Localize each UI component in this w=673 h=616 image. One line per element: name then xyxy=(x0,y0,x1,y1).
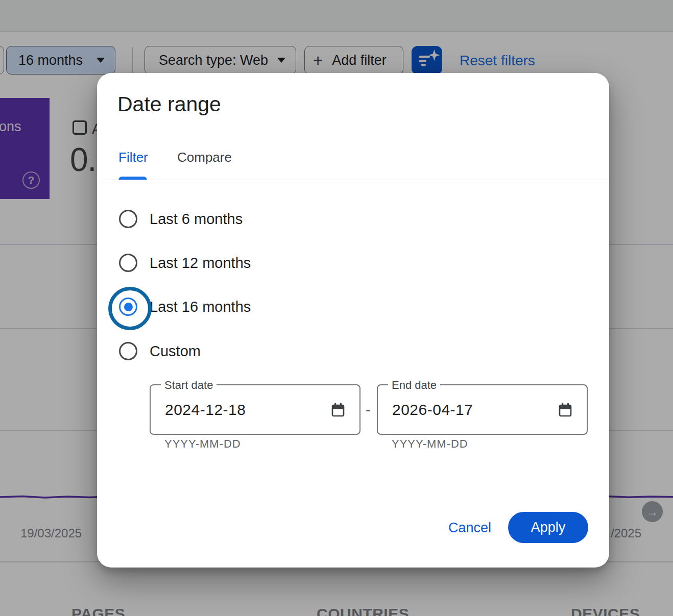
end-date-hint: YYYY-MM-DD xyxy=(392,437,468,451)
radio-circle xyxy=(119,210,137,228)
tabs-divider xyxy=(97,180,609,180)
search-console-performance-page: 16 months Search type: Web + Add filter … xyxy=(0,0,673,616)
radio-circle xyxy=(119,342,137,360)
start-date-field[interactable]: Start date 2024-12-18 xyxy=(150,384,360,435)
radio-last-16-months[interactable]: Last 16 months xyxy=(119,298,251,316)
start-date-label: Start date xyxy=(161,379,217,392)
radio-focus-ring xyxy=(108,287,152,330)
radio-last-12-months[interactable]: Last 12 months xyxy=(119,254,251,272)
cancel-button[interactable]: Cancel xyxy=(441,513,498,543)
date-range-dialog: Date range Filter Compare Last 6 months … xyxy=(97,73,609,568)
tab-compare[interactable]: Compare xyxy=(177,150,232,165)
radio-circle xyxy=(119,254,137,272)
start-date-value[interactable]: 2024-12-18 xyxy=(165,401,246,418)
calendar-icon[interactable] xyxy=(330,402,346,418)
end-date-label: End date xyxy=(388,379,440,392)
calendar-icon[interactable] xyxy=(557,402,573,418)
end-date-field[interactable]: End date 2026-04-17 xyxy=(377,384,588,435)
radio-circle-selected xyxy=(119,298,137,316)
radio-custom[interactable]: Custom xyxy=(119,342,201,360)
radio-last-6-months[interactable]: Last 6 months xyxy=(119,210,243,228)
date-range-separator: - xyxy=(366,402,370,418)
dialog-title: Date range xyxy=(117,92,221,116)
start-date-hint: YYYY-MM-DD xyxy=(164,437,241,451)
apply-button[interactable]: Apply xyxy=(508,512,588,543)
tab-filter[interactable]: Filter xyxy=(118,150,148,165)
end-date-value[interactable]: 2026-04-17 xyxy=(392,401,473,418)
